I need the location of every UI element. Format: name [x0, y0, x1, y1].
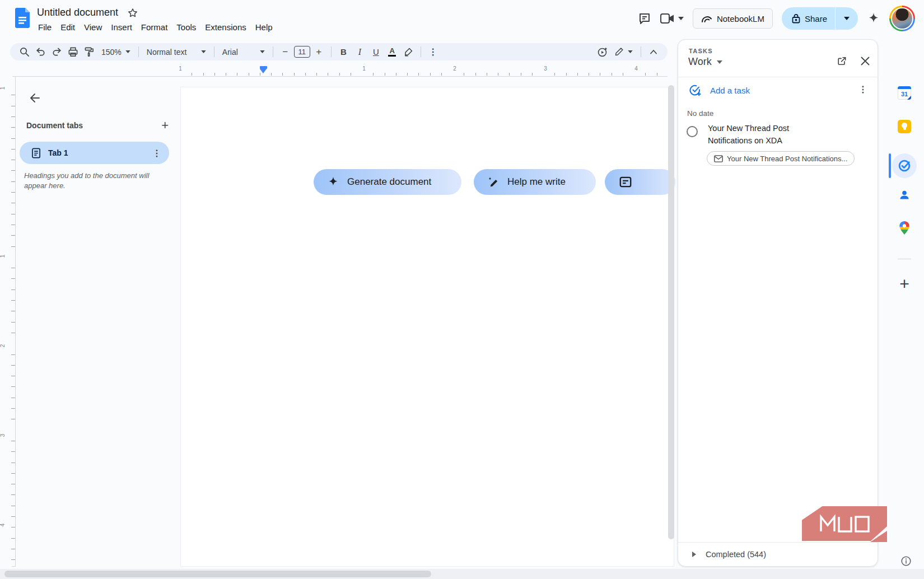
italic-button[interactable]: I [352, 45, 367, 59]
tasks-panel: TASKS Work Add a task ⋮ [678, 39, 878, 567]
ruler-border [12, 76, 668, 77]
menu-edit[interactable]: Edit [56, 21, 80, 33]
meeting-notes-button[interactable] [605, 169, 675, 195]
menu-insert[interactable]: Insert [106, 21, 137, 33]
share-button[interactable]: Share [782, 7, 835, 30]
font-select[interactable]: Arial [219, 48, 268, 57]
google-docs-app: Untitled document File Edit View Insert … [0, 0, 924, 579]
add-task-button[interactable]: Add a task [688, 83, 750, 97]
timer-play-icon[interactable] [595, 45, 610, 59]
video-call-icon[interactable] [660, 12, 675, 25]
task-list-selector[interactable]: Work [688, 56, 722, 68]
indent-marker[interactable] [260, 66, 267, 73]
task-title[interactable]: Your New Thread Post Notifications on XD… [708, 123, 808, 147]
menu-extensions[interactable]: Extensions [200, 21, 250, 33]
chevron-down-icon [125, 50, 130, 53]
sparkle-icon [327, 176, 339, 188]
paragraph-style-select[interactable]: Normal text [143, 48, 209, 57]
share-dropdown-button[interactable] [836, 7, 858, 30]
account-avatar[interactable] [889, 6, 915, 31]
print-icon[interactable] [66, 45, 81, 59]
panel-divider [678, 77, 879, 77]
back-arrow-icon[interactable] [24, 87, 46, 109]
undo-icon[interactable] [33, 45, 48, 59]
document-tabs-panel: Document tabs + Tab 1 ⋮ Headings you add… [12, 81, 180, 540]
toolbar-divider [138, 46, 139, 57]
chevron-down-icon [628, 50, 633, 53]
toolbar-divider [641, 46, 641, 57]
document-vertical-scrollbar[interactable] [668, 85, 674, 539]
editing-mode-select[interactable] [611, 47, 636, 57]
lock-icon [792, 13, 800, 24]
paint-format-icon[interactable] [82, 45, 97, 59]
add-task-icon [688, 83, 702, 97]
text-color-button[interactable]: A [385, 45, 400, 59]
tasks-options-button[interactable]: ⋮ [858, 84, 867, 95]
magic-pen-icon [487, 176, 500, 188]
comments-icon[interactable] [638, 12, 651, 25]
email-icon [714, 155, 723, 162]
active-rail-indicator [889, 153, 891, 178]
highlight-color-icon[interactable] [401, 45, 416, 59]
increase-font-size-button[interactable]: + [311, 45, 326, 59]
document-title[interactable]: Untitled document [37, 7, 118, 18]
menubar: File Edit View Insert Format Tools Exten… [34, 21, 277, 33]
completed-section-toggle[interactable]: Completed (544) [678, 542, 879, 567]
close-icon[interactable] [857, 53, 873, 69]
hide-menus-chevron-icon[interactable] [646, 45, 661, 59]
redo-icon[interactable] [49, 45, 64, 59]
more-toolbar-options-button[interactable]: ⋮ [426, 45, 441, 59]
add-addon-button[interactable]: + [899, 274, 909, 293]
tab-item-selected[interactable]: Tab 1 ⋮ [20, 142, 169, 164]
zoom-select[interactable]: 150% [98, 48, 134, 57]
generate-document-button[interactable]: Generate document [314, 169, 461, 195]
header: Untitled document File Edit View Insert … [0, 0, 924, 39]
notebooklm-button[interactable]: NotebookLM [693, 8, 773, 29]
toolbar-divider [214, 46, 214, 57]
open-in-new-icon[interactable] [834, 53, 850, 69]
search-icon[interactable] [17, 45, 32, 59]
article-icon [618, 175, 633, 189]
calendar-icon[interactable]: 31 [898, 86, 911, 100]
avatar-photo [891, 7, 913, 30]
horizontal-scrollbar-thumb[interactable] [4, 571, 431, 577]
maps-icon[interactable] [898, 221, 911, 235]
toolbar-divider [421, 46, 421, 57]
chevron-down-icon [201, 50, 206, 53]
menu-view[interactable]: View [80, 21, 106, 33]
side-panel-rail: 31 [885, 39, 924, 579]
toolbar-divider [331, 46, 332, 57]
chevron-down-icon [260, 50, 265, 53]
video-call-dropdown-icon[interactable] [678, 17, 684, 20]
task-email-chip[interactable]: Your New Thread Post Notifications... [707, 151, 855, 166]
menu-tools[interactable]: Tools [172, 21, 200, 33]
task-checkbox[interactable] [687, 126, 698, 137]
notebooklm-icon [701, 14, 712, 23]
add-tab-button[interactable]: + [159, 118, 171, 133]
google-docs-logo-icon[interactable] [15, 7, 30, 29]
chevron-down-icon [717, 60, 722, 64]
font-size-input[interactable]: 11 [294, 46, 310, 58]
menu-help[interactable]: Help [251, 21, 277, 33]
document-page[interactable] [180, 87, 674, 567]
contacts-icon[interactable] [898, 188, 911, 202]
expand-triangle-icon [692, 552, 696, 557]
bold-button[interactable]: B [336, 45, 351, 59]
document-tabs-header: Document tabs [26, 121, 83, 130]
decrease-font-size-button[interactable]: − [278, 45, 293, 59]
horizontal-ruler[interactable]: 1 1 2 3 4 [0, 66, 668, 76]
horizontal-scrollbar-track[interactable] [0, 569, 924, 579]
tasks-icon[interactable] [892, 153, 917, 178]
underline-button[interactable]: U [368, 45, 384, 59]
help-me-write-button[interactable]: Help me write [474, 169, 596, 195]
keep-icon[interactable] [898, 120, 911, 133]
star-icon[interactable] [127, 7, 138, 18]
menu-format[interactable]: Format [137, 21, 172, 33]
tab-document-icon [31, 148, 41, 158]
pen-icon [614, 47, 624, 57]
menu-file[interactable]: File [34, 21, 56, 33]
tab-options-button[interactable]: ⋮ [152, 148, 161, 158]
info-icon[interactable] [899, 554, 913, 568]
toolbar: 150% Normal text Arial − 11 + B I U A [10, 43, 668, 60]
gemini-sparkle-icon[interactable] [867, 12, 880, 25]
